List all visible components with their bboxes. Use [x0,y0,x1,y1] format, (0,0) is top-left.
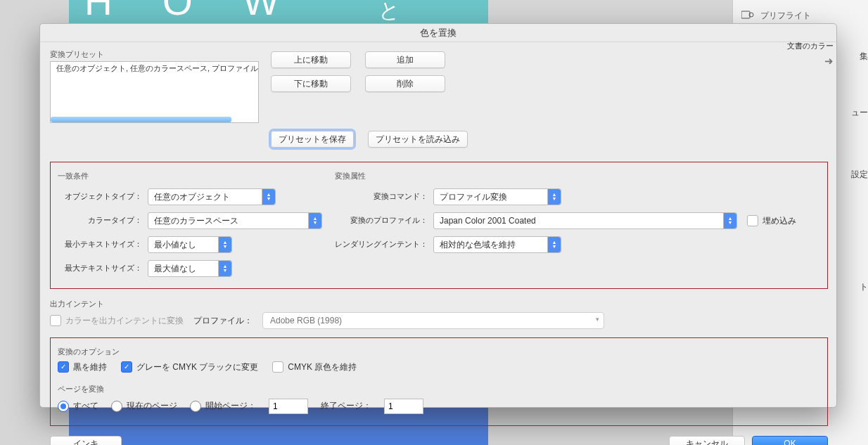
chevron-updown-icon: ▲▼ [218,237,231,252]
convert-command-select[interactable]: プロファイル変換 ▲▼ [433,188,561,205]
rendering-intent-select[interactable]: 相対的な色域を維持 ▲▼ [433,236,561,253]
start-page-input[interactable] [269,399,308,414]
chevron-updown-icon: ▲▼ [723,213,736,228]
color-type-select[interactable]: 任意のカラースペース ▲▼ [148,212,322,229]
oi-profile-value: Adobe RGB (1998) [270,315,342,326]
oi-profile-select[interactable]: Adobe RGB (1998) [262,312,604,329]
max-text-select[interactable]: 最大値なし ▲▼ [148,260,232,277]
keep-black-checkbox[interactable] [58,361,69,373]
oi-profile-label: プロファイル： [193,315,253,326]
edge-label-4: ト [860,281,868,292]
rendering-intent-value: 相対的な色域を維持 [440,239,516,250]
preset-hscrollbar[interactable] [51,117,231,122]
conditions-group: 一致条件 オブジェクトタイプ： 任意のオブジェクト ▲▼ カラータイプ： 任意の… [50,162,828,289]
document-colors-label: 文書のカラー [787,41,834,50]
chevron-updown-icon: ▲▼ [308,213,321,228]
document-colors[interactable]: 文書のカラー ➜ [787,41,834,68]
match-title: 一致条件 [58,171,322,181]
ink-button[interactable]: インキ [50,436,122,445]
min-text-select[interactable]: 最小値なし ▲▼ [148,236,232,253]
chevron-updown-icon: ▲▼ [218,261,231,276]
gray-cmyk-label: グレーを CMYK ブラックに変更 [136,361,258,373]
load-preset-button[interactable]: プリセットを読み込み [368,131,468,148]
pages-all-label: すべて [73,400,98,411]
convert-oi-checkbox[interactable] [50,315,61,326]
preflight-label[interactable]: プリフライト [760,10,811,21]
rendering-intent-label: レンダリングインテント： [335,239,428,250]
end-page-label: 終了ページ： [321,400,371,411]
svg-rect-0 [741,11,750,18]
convert-title: 変換属性 [335,171,820,181]
chevron-updown-icon: ▲▼ [547,237,561,252]
dialog-title: 色を置換 [40,24,836,42]
convert-profile-value: Japan Color 2001 Coated [440,215,536,226]
cmyk-primary-checkbox[interactable] [272,361,283,373]
min-text-value: 最小値なし [154,239,196,250]
gray-cmyk-checkbox[interactable] [121,361,132,373]
color-type-value: 任意のカラースペース [154,215,238,226]
edge-label-3: 設定 [851,169,868,180]
preset-list[interactable]: 任意のオブジェクト, 任意のカラースペース, プロファイル [50,61,259,123]
convert-command-value: プロファイル変換 [440,191,507,202]
chevron-updown-icon: ▲▼ [547,189,561,205]
ok-button[interactable]: OK [752,436,828,445]
embed-checkbox[interactable] [747,215,758,226]
bg-text-how: H O W [84,0,299,21]
output-intent-group: 出力インテント カラーを出力インテントに変換 プロファイル： Adobe RGB… [50,299,828,329]
object-type-label: オブジェクトタイプ： [58,191,142,202]
save-preset-button[interactable]: プリセットを保存 [271,131,354,148]
move-up-button[interactable]: 上に移動 [271,51,351,68]
cancel-button[interactable]: キャンセル [669,436,745,445]
output-intent-title: 出力インテント [50,299,828,309]
start-page-label: 開始ページ： [205,400,256,411]
object-type-select[interactable]: 任意のオブジェクト ▲▼ [148,188,276,205]
chevron-updown-icon: ▲▼ [262,189,275,205]
edge-label-1: 集 [860,51,868,62]
move-down-button[interactable]: 下に移動 [271,75,351,92]
arrow-icon[interactable]: ➜ [787,54,834,68]
min-text-label: 最小テキストサイズ： [58,239,142,250]
convert-oi-label: カラーを出力インテントに変換 [65,315,184,326]
preset-list-item[interactable]: 任意のオブジェクト, 任意のカラースペース, プロファイル [51,62,259,75]
delete-button[interactable]: 削除 [365,75,445,92]
convert-profile-label: 変換のプロファイル： [335,215,428,226]
convert-pages-title: ページを変換 [58,384,820,394]
convert-colors-dialog: 色を置換 文書のカラー ➜ 変換プリセット 任意のオブジェクト, 任意のカラース… [39,23,837,408]
pages-current-radio[interactable] [111,401,122,412]
options-title: 変換のオプション [58,347,820,357]
convert-profile-select[interactable]: Japan Color 2001 Coated ▲▼ [433,212,737,229]
edge-label-2: ュー [851,107,868,118]
bg-text-jp: と [378,0,400,25]
max-text-value: 最大値なし [154,263,196,274]
end-page-input[interactable] [384,399,423,414]
embed-label: 埋め込み [762,215,796,226]
add-button[interactable]: 追加 [365,51,445,68]
preset-section-label: 変換プリセット [50,49,261,60]
convert-command-label: 変換コマンド： [335,191,428,202]
keep-black-label: 黒を維持 [73,361,107,373]
object-type-value: 任意のオブジェクト [154,191,230,202]
pages-current-label: 現在のページ [127,400,177,411]
pages-all-radio[interactable] [58,401,69,412]
pages-range-radio[interactable] [190,401,201,412]
max-text-label: 最大テキストサイズ： [58,263,142,273]
options-group: 変換のオプション 黒を維持 グレーを CMYK ブラックに変更 CMYK 原色を… [50,337,828,426]
cmyk-primary-label: CMYK 原色を維持 [288,361,357,373]
color-type-label: カラータイプ： [58,215,142,226]
preflight-icon [741,10,754,20]
